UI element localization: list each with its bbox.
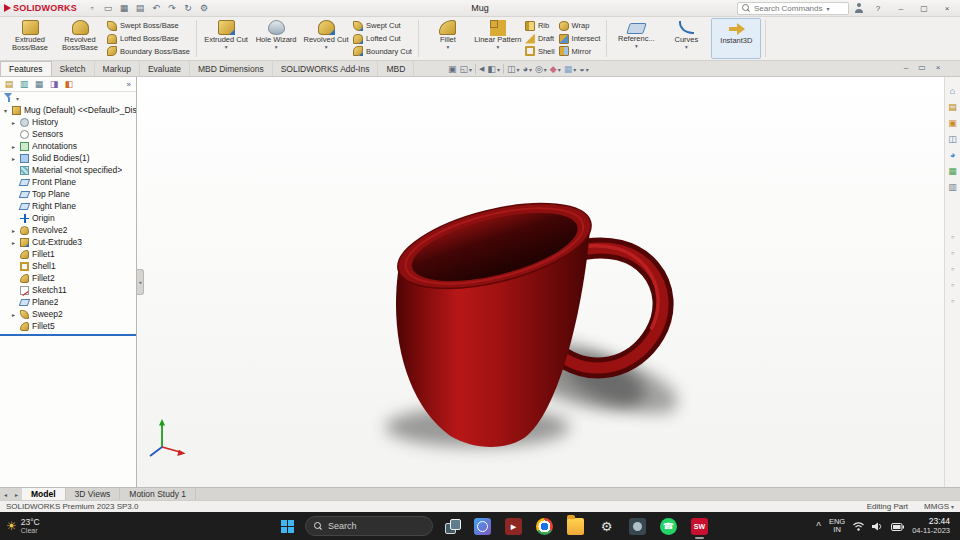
- swept-cut-button[interactable]: Swept Cut: [353, 20, 412, 32]
- viewport-canvas[interactable]: [137, 77, 944, 487]
- display-style-icon[interactable]: ▾: [523, 64, 532, 74]
- user-icon[interactable]: [854, 3, 864, 13]
- appearances-icon[interactable]: [947, 149, 959, 161]
- hide-show-icon[interactable]: ▾: [535, 64, 547, 74]
- feature-tree-item[interactable]: Right Plane: [0, 200, 136, 212]
- fillet-button[interactable]: Fillet ▾: [423, 18, 473, 59]
- help-button[interactable]: ?: [869, 1, 887, 16]
- rib-button[interactable]: Rib: [525, 20, 555, 32]
- expand-arrow-icon[interactable]: ▸: [10, 143, 17, 150]
- taskbar-app-button[interactable]: [688, 514, 711, 539]
- expand-arrow-icon[interactable]: ▸: [10, 155, 17, 162]
- draft-button[interactable]: Draft: [525, 33, 555, 45]
- panel-overflow-chevron[interactable]: »: [127, 80, 133, 89]
- taskbar-app-button[interactable]: [657, 514, 680, 539]
- start-button[interactable]: [276, 515, 298, 537]
- ribbon-tab[interactable]: MBD: [378, 61, 414, 76]
- reference-geometry-button[interactable]: Referenc... ▾: [611, 18, 661, 59]
- feature-tree-item[interactable]: ▸ History: [0, 116, 136, 128]
- view-orientation-icon[interactable]: ▾: [507, 64, 520, 74]
- edit-appearance-icon[interactable]: ▾: [550, 64, 561, 74]
- boundary-cut-button[interactable]: Boundary Cut: [353, 45, 412, 57]
- taskbar-app-button[interactable]: [502, 514, 525, 539]
- rollback-bar[interactable]: [0, 334, 136, 336]
- sep-icon[interactable]: ▾: [475, 64, 476, 74]
- taskbar-app-button[interactable]: [626, 514, 649, 539]
- swept-boss-base-button[interactable]: Swept Boss/Base: [107, 20, 190, 32]
- feature-tree-item[interactable]: Fillet5: [0, 320, 136, 332]
- feature-tree-item[interactable]: Fillet1: [0, 248, 136, 260]
- feature-tree-item[interactable]: Plane2: [0, 296, 136, 308]
- ribbon-tab[interactable]: Markup: [95, 61, 140, 76]
- apply-scene-icon[interactable]: ▾: [564, 64, 577, 74]
- expand-arrow-icon[interactable]: ▸: [10, 227, 17, 234]
- lofted-cut-button[interactable]: Lofted Cut: [353, 33, 412, 45]
- feature-tree-item[interactable]: ▸ Cut-Extrude3: [0, 236, 136, 248]
- feature-tree-item[interactable]: ▸ Solid Bodies(1): [0, 152, 136, 164]
- volume-icon[interactable]: [872, 517, 883, 535]
- intersect-button[interactable]: Intersect: [559, 33, 601, 45]
- expand-arrow-icon[interactable]: ▾: [2, 107, 9, 114]
- taskbar-app-button[interactable]: [471, 514, 494, 539]
- displaymanager-icon[interactable]: [63, 78, 75, 90]
- revolved-cut-button[interactable]: Revolved Cut ▾: [301, 18, 351, 59]
- ribbon-tab[interactable]: Features: [0, 61, 52, 76]
- expand-arrow-icon[interactable]: ▸: [10, 119, 17, 126]
- previous-view-icon[interactable]: ▾: [479, 65, 484, 73]
- revolved-boss-base-button[interactable]: Revolved Boss/Base: [55, 18, 105, 59]
- lofted-boss-base-button[interactable]: Lofted Boss/Base: [107, 33, 190, 45]
- taskbar-search-box[interactable]: Search: [305, 516, 433, 536]
- maximize-button[interactable]: ▢: [915, 1, 933, 16]
- zoom-area-icon[interactable]: ▾: [460, 64, 473, 74]
- feature-tree-item[interactable]: Top Plane: [0, 188, 136, 200]
- feature-tree-item[interactable]: Sensors: [0, 128, 136, 140]
- expand-arrow-icon[interactable]: ▸: [10, 311, 17, 318]
- extruded-cut-button[interactable]: Extruded Cut ▾: [201, 18, 251, 59]
- feature-tree-item[interactable]: Sketch11: [0, 284, 136, 296]
- ribbon-tab[interactable]: SOLIDWORKS Add-Ins: [273, 61, 379, 76]
- filter-funnel-icon[interactable]: [4, 93, 13, 103]
- chevron-down-icon[interactable]: ▾: [16, 95, 19, 102]
- custom-properties-icon[interactable]: [947, 181, 959, 193]
- boundary-boss-base-button[interactable]: Boundary Boss/Base: [107, 45, 190, 57]
- taskbar-app-button[interactable]: [564, 514, 587, 539]
- feature-tree-item[interactable]: Material <not specified>: [0, 164, 136, 176]
- clock-widget[interactable]: 23:44 04-11-2023: [912, 517, 950, 536]
- weather-widget[interactable]: ☀ 23°C Clear: [6, 518, 40, 535]
- ribbon-tab[interactable]: MBD Dimensions: [190, 61, 273, 76]
- view-palette-icon[interactable]: [947, 133, 959, 145]
- doc-restore-button[interactable]: ▭: [916, 63, 928, 72]
- tray-chevron-icon[interactable]: ^: [816, 521, 821, 532]
- file-explorer-icon[interactable]: [947, 117, 959, 129]
- document-tab[interactable]: 3D Views: [66, 488, 121, 500]
- document-tab[interactable]: Model: [22, 488, 66, 500]
- feature-tree-item[interactable]: Fillet2: [0, 272, 136, 284]
- panel-collapse-handle[interactable]: ◂: [137, 269, 144, 295]
- ribbon-tab[interactable]: Evaluate: [140, 61, 190, 76]
- feature-tree-item[interactable]: Shell1: [0, 260, 136, 272]
- instant3d-button[interactable]: Instant3D: [711, 18, 761, 59]
- tool-icon[interactable]: [947, 231, 959, 243]
- chevron-down-icon[interactable]: ▾: [826, 5, 829, 12]
- tool-icon[interactable]: [947, 247, 959, 259]
- dimxpertmanager-icon[interactable]: [48, 78, 60, 90]
- doc-close-button[interactable]: ×: [932, 63, 944, 72]
- curves-button[interactable]: Curves ▾: [661, 18, 711, 59]
- tab-scroll-right-icon[interactable]: ▸: [11, 488, 22, 500]
- feature-tree-item[interactable]: ▾ Mug (Default) <<Default>_Display S: [0, 104, 136, 116]
- feature-tree-item[interactable]: ▸ Annotations: [0, 140, 136, 152]
- tab-scroll-left-icon[interactable]: ◂: [0, 488, 11, 500]
- propertymanager-icon[interactable]: [18, 78, 30, 90]
- sep-icon[interactable]: ▾: [503, 64, 504, 74]
- feature-tree-item[interactable]: Front Plane: [0, 176, 136, 188]
- home-icon[interactable]: [947, 85, 959, 97]
- taskbar-app-button[interactable]: [440, 514, 463, 539]
- language-indicator[interactable]: ENG IN: [829, 518, 845, 534]
- hole-wizard-button[interactable]: Hole Wizard ▾: [251, 18, 301, 59]
- configurationmanager-icon[interactable]: [33, 78, 45, 90]
- view-settings-icon[interactable]: ▾: [579, 64, 588, 74]
- minimize-button[interactable]: –: [892, 1, 910, 16]
- expand-arrow-icon[interactable]: ▸: [10, 239, 17, 246]
- doc-minimize-button[interactable]: –: [900, 63, 912, 72]
- taskbar-app-button[interactable]: [595, 514, 618, 539]
